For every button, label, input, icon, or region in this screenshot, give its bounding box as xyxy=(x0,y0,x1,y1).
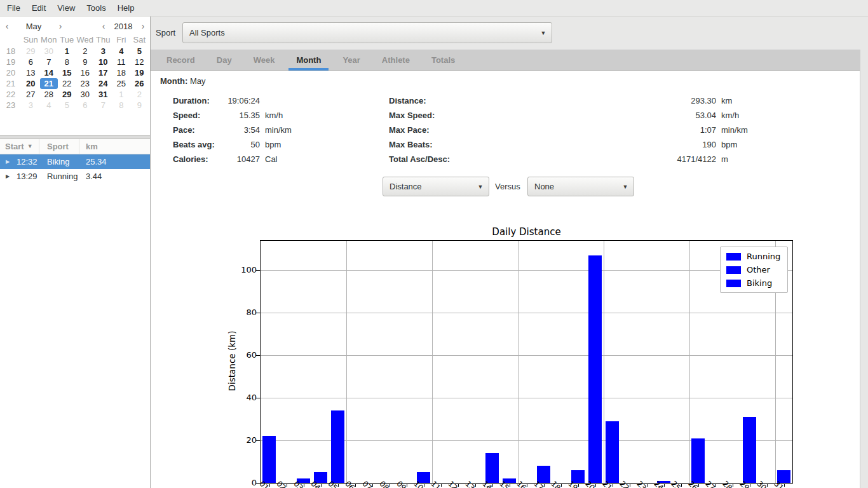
chart-y-axis-label: Distance (km) xyxy=(227,326,237,396)
stat-value: 10427 xyxy=(221,154,260,164)
calendar-day-10[interactable]: 10 xyxy=(94,57,112,67)
calendar-day-9[interactable]: 9 xyxy=(130,100,149,111)
stat-value: 4171/4122 xyxy=(478,154,716,164)
calendar-day-7[interactable]: 7 xyxy=(94,100,112,111)
calendar-day-1[interactable]: 1 xyxy=(112,89,131,100)
calendar-day-26[interactable]: 26 xyxy=(130,78,149,89)
calendar-day-18[interactable]: 18 xyxy=(112,67,131,78)
calendar-day-14[interactable]: 14 xyxy=(40,67,58,78)
calendar-day-8[interactable]: 8 xyxy=(58,57,76,67)
expander-icon[interactable]: ▶ xyxy=(0,173,17,179)
workout-start-time: 13:29 xyxy=(17,172,47,181)
calendar-day-30[interactable]: 30 xyxy=(76,89,95,100)
calendar-day-27[interactable]: 27 xyxy=(22,89,40,100)
next-month-arrow-icon[interactable]: › xyxy=(53,21,67,31)
gridline-horizontal xyxy=(261,398,792,398)
calendar-header: ‹ May › ‹ 2018 › xyxy=(0,19,150,33)
calendar-day-6[interactable]: 6 xyxy=(22,57,40,67)
calendar-day-5[interactable]: 5 xyxy=(58,100,76,111)
calendar-day-21[interactable]: 21 xyxy=(40,78,58,89)
menu-item-view[interactable]: View xyxy=(51,0,81,16)
calendar-day-28[interactable]: 28 xyxy=(40,89,58,100)
workout-row[interactable]: ▶13:29Running3.44 xyxy=(0,169,150,184)
calendar-day-19[interactable]: 19 xyxy=(130,67,149,78)
stat-unit: Cal xyxy=(260,154,319,164)
calendar-day-23[interactable]: 23 xyxy=(76,78,95,89)
stat-label: Max Pace: xyxy=(389,125,478,135)
column-header-sport[interactable]: Sport xyxy=(39,139,79,154)
prev-month-arrow-icon[interactable]: ‹ xyxy=(0,21,14,31)
gridline-horizontal xyxy=(261,313,792,313)
workout-row[interactable]: ▶12:32Biking25.34 xyxy=(0,154,150,169)
month-title: Month: May xyxy=(160,76,206,88)
calendar-day-7[interactable]: 7 xyxy=(40,57,58,67)
calendar-day-3[interactable]: 3 xyxy=(22,100,40,111)
prev-year-arrow-icon[interactable]: ‹ xyxy=(97,21,111,31)
stat-label: Beats avg: xyxy=(173,140,221,149)
calendar-day-2[interactable]: 2 xyxy=(76,46,95,57)
stat-label: Speed: xyxy=(173,111,221,120)
stat-unit: km/h xyxy=(716,111,745,120)
stat-row: Max Beats:190bpm xyxy=(389,137,745,152)
calendar-day-2[interactable]: 2 xyxy=(130,89,149,100)
sport-dropdown[interactable]: All Sports ▼ xyxy=(182,22,552,43)
calendar-day-9[interactable]: 9 xyxy=(76,57,95,67)
expander-icon[interactable]: ▶ xyxy=(0,159,17,165)
calendar-day-8[interactable]: 8 xyxy=(112,100,131,111)
gridline-horizontal xyxy=(261,270,792,271)
graph-metric-value: Distance xyxy=(383,182,472,191)
tab-record[interactable]: Record xyxy=(159,50,203,71)
column-header-km[interactable]: km xyxy=(79,139,150,154)
tab-totals[interactable]: Totals xyxy=(424,50,463,71)
legend-label: Biking xyxy=(747,278,772,288)
calendar-day-15[interactable]: 15 xyxy=(58,67,76,78)
calendar-week-number: 22 xyxy=(0,89,22,100)
calendar-day-16[interactable]: 16 xyxy=(76,67,95,78)
calendar-day-3[interactable]: 3 xyxy=(94,46,112,57)
gridline-vertical xyxy=(432,241,433,483)
calendar-week-number: 19 xyxy=(0,57,22,67)
tab-week[interactable]: Week xyxy=(246,50,283,71)
graph-versus-dropdown[interactable]: None ▼ xyxy=(527,177,634,196)
stat-unit: km xyxy=(716,96,745,105)
calendar-day-4[interactable]: 4 xyxy=(112,46,131,57)
calendar-day-11[interactable]: 11 xyxy=(112,57,131,67)
menu-item-file[interactable]: File xyxy=(1,0,26,16)
calendar-day-31[interactable]: 31 xyxy=(94,89,112,100)
tab-day[interactable]: Day xyxy=(209,50,240,71)
column-header-start[interactable]: Start ▼ xyxy=(0,139,39,154)
calendar-day-20[interactable]: 20 xyxy=(22,78,40,89)
stat-label: Max Speed: xyxy=(389,111,478,120)
legend-entry-biking: Biking xyxy=(721,276,787,290)
month-title-value: May xyxy=(190,76,206,86)
gridline-vertical xyxy=(346,241,347,483)
calendar-day-24[interactable]: 24 xyxy=(94,78,112,89)
calendar-day-6[interactable]: 6 xyxy=(76,100,95,111)
next-year-arrow-icon[interactable]: › xyxy=(136,21,150,31)
menu-item-tools[interactable]: Tools xyxy=(81,0,111,16)
y-tick-label: 60 xyxy=(229,350,257,360)
calendar-day-1[interactable]: 1 xyxy=(58,46,76,57)
calendar-day-29[interactable]: 29 xyxy=(58,89,76,100)
gridline-vertical xyxy=(604,241,604,483)
calendar-day-17[interactable]: 17 xyxy=(94,67,112,78)
y-tick-label: 80 xyxy=(229,308,257,317)
menu-item-edit[interactable]: Edit xyxy=(26,0,51,16)
menu-item-help[interactable]: Help xyxy=(112,0,140,16)
calendar-day-30[interactable]: 30 xyxy=(40,46,58,57)
graph-metric-dropdown[interactable]: Distance ▼ xyxy=(383,177,489,196)
calendar-day-5[interactable]: 5 xyxy=(130,46,149,57)
calendar-day-4[interactable]: 4 xyxy=(40,100,58,111)
calendar-day-12[interactable]: 12 xyxy=(130,57,149,67)
calendar-day-29[interactable]: 29 xyxy=(22,46,40,57)
calendar-day-13[interactable]: 13 xyxy=(22,67,40,78)
calendar-day-22[interactable]: 22 xyxy=(58,78,76,89)
view-tabs: RecordDayWeekMonthYearAthleteTotals xyxy=(151,50,860,71)
tab-month[interactable]: Month xyxy=(288,50,329,71)
chevron-down-icon: ▼ xyxy=(472,184,489,190)
tab-athlete[interactable]: Athlete xyxy=(374,50,417,71)
tab-year[interactable]: Year xyxy=(335,50,367,71)
stat-row: Calories:10427Cal xyxy=(173,152,319,166)
calendar-day-25[interactable]: 25 xyxy=(112,78,131,89)
calendar-week-number: 21 xyxy=(0,78,22,89)
